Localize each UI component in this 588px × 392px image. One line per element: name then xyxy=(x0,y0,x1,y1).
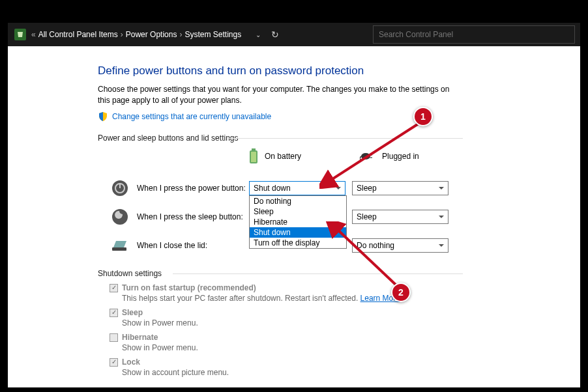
row-sleep-label: When I press the sleep button: xyxy=(137,212,249,221)
row-power-button: When I press the power button: Shut down… xyxy=(98,174,580,203)
dropdown-option-hibernate[interactable]: Hibernate xyxy=(250,217,346,227)
section-power-sleep-title: Power and sleep buttons and lid settings xyxy=(98,133,463,143)
page-description: Choose the power settings that you want … xyxy=(98,84,463,106)
admin-link-row[interactable]: Change settings that are currently unava… xyxy=(98,111,580,122)
search-input[interactable] xyxy=(373,25,575,44)
svg-rect-3 xyxy=(251,152,256,162)
plugged-in-header: Plugged in xyxy=(360,151,419,161)
chevron-right-icon: › xyxy=(179,30,182,39)
sleep-checkbox[interactable] xyxy=(110,309,118,317)
breadcrumb-item-1[interactable]: All Control Panel Items xyxy=(38,30,118,39)
chevron-right-icon: › xyxy=(121,30,123,39)
hibernate-label: Hibernate xyxy=(122,333,158,342)
svg-point-4 xyxy=(361,153,370,160)
column-headers: On battery Plugged in xyxy=(248,148,580,165)
sleep-label: Sleep xyxy=(122,308,143,317)
svg-rect-9 xyxy=(119,183,121,188)
breadcrumb-back-icon: « xyxy=(31,30,36,39)
hibernate-desc: Show in Power menu. xyxy=(122,343,462,352)
power-battery-dropdown-list: Do nothing Sleep Hibernate Shut down Tur… xyxy=(249,195,347,249)
sleep-button-icon xyxy=(111,208,129,226)
fast-startup-desc: This helps start your PC faster after sh… xyxy=(122,294,462,303)
callout-1: 1 xyxy=(413,107,433,126)
hibernate-checkbox[interactable] xyxy=(110,333,118,342)
address-bar: « All Control Panel Items › Power Option… xyxy=(8,23,580,46)
svg-rect-6 xyxy=(370,157,372,158)
lid-plugged-dropdown[interactable]: Do nothing xyxy=(352,238,448,253)
battery-icon xyxy=(248,148,259,165)
lock-checkbox[interactable] xyxy=(110,358,118,367)
power-plugged-dropdown[interactable]: Sleep xyxy=(352,181,448,195)
fast-startup-checkbox[interactable] xyxy=(110,284,118,292)
svg-rect-11 xyxy=(112,247,126,251)
dropdown-option-do-nothing[interactable]: Do nothing xyxy=(250,196,346,206)
row-power-label: When I press the power button: xyxy=(137,184,249,193)
dropdown-option-turn-off-display[interactable]: Turn off the display xyxy=(250,238,346,248)
lid-icon xyxy=(111,236,129,255)
power-button-icon xyxy=(111,179,129,197)
chevron-down-icon[interactable]: ⌄ xyxy=(256,31,261,38)
page-title: Define power buttons and turn on passwor… xyxy=(98,64,580,77)
power-battery-dropdown[interactable]: Shut down Do nothing Sleep Hibernate Shu… xyxy=(249,181,345,195)
lock-desc: Show in account picture menu. xyxy=(122,368,462,377)
row-lid-label: When I close the lid: xyxy=(137,241,249,250)
lock-label: Lock xyxy=(122,357,140,367)
refresh-icon[interactable]: ↻ xyxy=(271,29,279,40)
sleep-desc: Show in Power menu. xyxy=(122,318,462,328)
svg-rect-1 xyxy=(252,148,256,150)
dropdown-option-sleep[interactable]: Sleep xyxy=(250,206,346,217)
on-battery-header: On battery xyxy=(248,148,301,165)
breadcrumb-item-3[interactable]: System Settings xyxy=(184,30,241,39)
dropdown-option-shut-down[interactable]: Shut down xyxy=(250,227,346,238)
fast-startup-label: Turn on fast startup (recommended) xyxy=(122,283,256,292)
svg-rect-5 xyxy=(370,154,372,156)
sleep-plugged-dropdown[interactable]: Sleep xyxy=(352,210,448,224)
breadcrumb[interactable]: « All Control Panel Items › Power Option… xyxy=(31,29,279,40)
change-settings-link[interactable]: Change settings that are currently unava… xyxy=(112,112,271,121)
breadcrumb-item-2[interactable]: Power Options xyxy=(126,30,177,39)
section-shutdown-title: Shutdown settings xyxy=(98,269,463,278)
plug-icon xyxy=(360,151,377,161)
power-options-icon xyxy=(13,27,27,42)
callout-2: 2 xyxy=(391,283,411,302)
content-area: Define power buttons and turn on passwor… xyxy=(8,46,580,387)
shield-icon xyxy=(98,111,108,122)
